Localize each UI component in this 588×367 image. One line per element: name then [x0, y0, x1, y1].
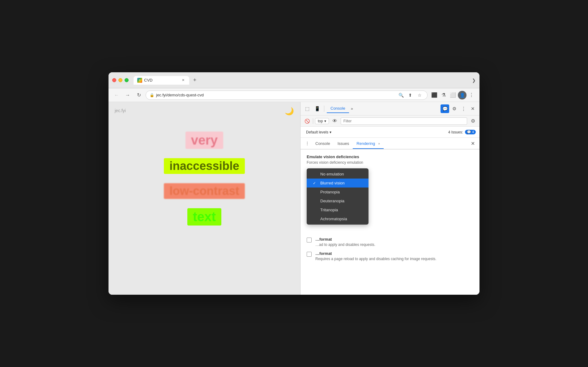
- checkbox-row-1: …format …ad to apply and disables reques…: [307, 237, 473, 247]
- bookmark-icon[interactable]: ☆: [415, 91, 424, 99]
- issues-msg-icon: 💬: [467, 130, 471, 134]
- messages-icon[interactable]: 💬: [441, 104, 449, 113]
- word-text: text: [187, 208, 222, 226]
- dropdown-menu: No emulation ✓ Blurred vision Protanopia: [307, 168, 369, 225]
- tab-favicon: C: [137, 78, 142, 83]
- console-separator: [313, 118, 313, 124]
- extensions-icon[interactable]: ⬛: [430, 91, 439, 99]
- dropdown-item-tritanopia[interactable]: Tritanopia: [307, 205, 369, 214]
- issues-count: 4: [472, 130, 474, 134]
- rendering-content: Emulate vision deficiencies Forces visio…: [300, 150, 479, 295]
- tab-issues[interactable]: Issues: [334, 139, 353, 149]
- devtools-main-toolbar: ⬚ 📱 Console » 💬 ⚙ ⋮ ✕: [300, 102, 479, 116]
- devtools-panel: ⬚ 📱 Console » 💬 ⚙ ⋮ ✕ 🚫: [300, 102, 479, 295]
- tab-console[interactable]: Console: [327, 104, 349, 113]
- checkbox-1-desc: …ad to apply and disables requests.: [315, 242, 375, 247]
- checkbox-section: …format …ad to apply and disables reques…: [307, 237, 473, 262]
- more-devtools-icon[interactable]: ⋮: [459, 104, 468, 113]
- active-tab[interactable]: C CVD ✕: [134, 76, 189, 85]
- clear-console-icon[interactable]: 🚫: [303, 117, 311, 125]
- context-label: top: [318, 119, 323, 123]
- dropdown-label-no-emulation: No emulation: [320, 172, 344, 176]
- checkbox-2[interactable]: [307, 252, 312, 257]
- profile-icon[interactable]: 👤: [458, 91, 467, 99]
- new-tab-button[interactable]: +: [190, 76, 199, 85]
- dark-mode-toggle[interactable]: 🌙: [285, 107, 294, 116]
- checkbox-1-title: …format: [315, 237, 375, 242]
- eye-filter-icon[interactable]: 👁: [331, 117, 339, 125]
- tab-bar: C CVD ✕ + ❯: [134, 76, 476, 85]
- word-inaccessible: inaccessible: [164, 158, 245, 174]
- sub-tab-more-icon[interactable]: ⋮: [303, 139, 312, 148]
- search-url-icon[interactable]: 🔍: [397, 91, 405, 99]
- inspect-element-icon[interactable]: ⬚: [303, 104, 312, 113]
- url-text: jec.fyi/demo/cds-quest-cvd: [156, 93, 395, 97]
- toolbar-separator: [324, 106, 324, 112]
- checkbox-row-2: …format Requires a page reload to apply …: [307, 251, 473, 262]
- reload-button[interactable]: ↻: [134, 91, 143, 99]
- page-logo: jec.fyi: [115, 108, 294, 113]
- close-window-button[interactable]: [112, 78, 116, 82]
- demo-words: very inaccessible low-contrast text: [115, 132, 294, 226]
- dropdown-label-tritanopia: Tritanopia: [320, 208, 338, 212]
- dropdown-item-no-emulation[interactable]: No emulation: [307, 170, 369, 179]
- section-title: Emulate vision deficiencies: [307, 154, 473, 159]
- checkbox-2-title: …format: [315, 251, 437, 256]
- dropdown-label-blurred: Blurred vision: [320, 181, 345, 185]
- close-devtools-button[interactable]: ✕: [468, 104, 477, 113]
- share-icon[interactable]: ⬆: [406, 91, 414, 99]
- more-options-icon[interactable]: ⋮: [467, 91, 476, 99]
- split-view-icon[interactable]: ⬜: [449, 91, 457, 99]
- maximize-window-button[interactable]: [125, 78, 129, 82]
- main-area: jec.fyi 🌙 very inaccessible low-contrast…: [109, 102, 479, 295]
- tab-close-button[interactable]: ✕: [181, 78, 185, 83]
- tab-console-sub[interactable]: Console: [312, 139, 334, 149]
- context-selector[interactable]: top ▾: [315, 118, 329, 124]
- dropdown-label-achromatopsia: Achromatopsia: [320, 217, 347, 221]
- title-bar: C CVD ✕ + ❯: [109, 72, 479, 88]
- context-chevron-icon: ▾: [324, 119, 326, 123]
- settings-icon[interactable]: ⚙: [450, 104, 458, 113]
- forward-button[interactable]: →: [123, 91, 132, 99]
- devtools-tabs: Console »: [327, 104, 439, 113]
- back-button[interactable]: ←: [112, 91, 121, 99]
- checkbox-2-desc: Requires a page reload to apply and disa…: [315, 256, 437, 262]
- issues-count-badge: 💬 4: [465, 130, 476, 134]
- section-desc: Forces vision deficiency emulation: [307, 160, 473, 165]
- minimize-window-button[interactable]: [118, 78, 122, 82]
- vision-emulation-dropdown[interactable]: No emulation ✓ Blurred vision Protanopia: [307, 168, 369, 225]
- issues-badge: 4 Issues: 💬 4: [448, 130, 476, 134]
- checkbox-1[interactable]: [307, 238, 312, 243]
- default-levels-chevron-icon: ▾: [330, 130, 331, 134]
- sub-tabs: ⋮ Console Issues Rendering × ✕: [300, 138, 479, 150]
- dropdown-item-blurred[interactable]: ✓ Blurred vision: [307, 179, 369, 188]
- console-settings-icon[interactable]: ⚙: [469, 117, 477, 125]
- dropdown-item-deuteranopia[interactable]: Deuteranopia: [307, 196, 369, 205]
- dropdown-item-protanopia[interactable]: Protanopia: [307, 188, 369, 196]
- filter-input[interactable]: [341, 117, 467, 125]
- word-low-contrast: low-contrast: [164, 183, 245, 199]
- lock-icon: 🔒: [150, 93, 154, 97]
- toolbar-icons: ⬛ ⚗ ⬜ 👤 ⋮: [430, 91, 476, 99]
- close-sub-panel-button[interactable]: ✕: [468, 139, 477, 148]
- blurred-checkmark: ✓: [313, 181, 318, 185]
- issues-label: 4 Issues:: [448, 130, 463, 134]
- devtools-actions: 💬 ⚙ ⋮ ✕: [441, 104, 477, 113]
- word-very: very: [185, 132, 223, 149]
- console-toolbar: 🚫 top ▾ 👁 ⚙: [300, 116, 479, 127]
- url-actions: 🔍 ⬆ ☆: [397, 91, 424, 99]
- browser-window: C CVD ✕ + ❯ ← → ↻ 🔒 jec.fyi/demo/cds-que…: [109, 72, 479, 295]
- dropdown-item-achromatopsia[interactable]: Achromatopsia: [307, 214, 369, 223]
- page-content: jec.fyi 🌙 very inaccessible low-contrast…: [109, 102, 300, 295]
- more-tabs-button[interactable]: »: [349, 105, 355, 112]
- device-toolbar-icon[interactable]: 📱: [313, 104, 322, 113]
- dropdown-label-protanopia: Protanopia: [320, 190, 340, 194]
- issues-toolbar: Default levels ▾ 4 Issues: 💬 4: [300, 127, 479, 138]
- dropdown-label-deuteranopia: Deuteranopia: [320, 199, 344, 203]
- rendering-tab-close[interactable]: ×: [378, 142, 380, 146]
- url-bar[interactable]: 🔒 jec.fyi/demo/cds-quest-cvd 🔍 ⬆ ☆: [146, 91, 428, 100]
- tab-rendering[interactable]: Rendering ×: [353, 139, 384, 149]
- tab-chevron-icon[interactable]: ❯: [472, 78, 476, 83]
- labs-icon[interactable]: ⚗: [439, 91, 448, 99]
- default-levels-button[interactable]: Default levels ▾: [304, 129, 333, 136]
